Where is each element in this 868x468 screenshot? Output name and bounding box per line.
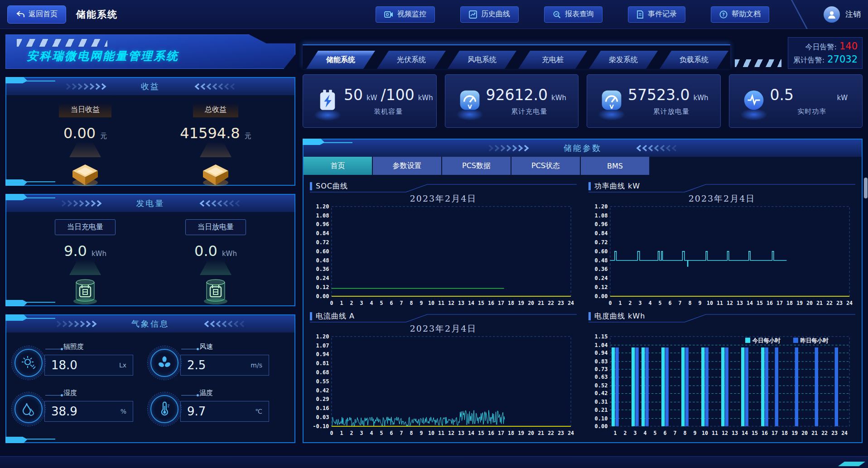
- weather-panel-title: 气象信息: [131, 318, 169, 329]
- svg-text:12: 12: [448, 430, 454, 436]
- humidity-icon: [14, 395, 43, 423]
- tab-parameter-settings[interactable]: 参数设置: [373, 157, 442, 175]
- total-revenue-value: 41594.8: [180, 125, 240, 142]
- svg-text:0.36: 0.36: [595, 266, 608, 272]
- svg-text:18: 18: [508, 300, 514, 306]
- total-discharge-value: 57523.0: [628, 86, 690, 104]
- fan-icon: [150, 349, 178, 377]
- video-monitor-icon: [384, 11, 393, 18]
- svg-text:12: 12: [727, 300, 733, 306]
- chevrons-left-icon: [201, 320, 245, 328]
- svg-text:23: 23: [831, 430, 838, 436]
- back-arrow-icon: [16, 10, 25, 19]
- svg-text:0.31: 0.31: [595, 399, 608, 405]
- svg-text:20: 20: [528, 430, 534, 436]
- svg-text:18: 18: [508, 430, 514, 436]
- svg-text:0.96: 0.96: [316, 221, 329, 227]
- svg-text:17: 17: [776, 300, 783, 306]
- calendar-cylinder-icon: [70, 275, 100, 305]
- svg-text:14: 14: [747, 300, 753, 306]
- tab-charging-pile[interactable]: 充电桩: [518, 51, 587, 69]
- svg-text:0.96: 0.96: [595, 221, 608, 227]
- svg-text:3: 3: [360, 300, 363, 306]
- tab-storage-system[interactable]: 储能系统: [306, 51, 375, 69]
- storage-tabs: 首页 参数设置 PCS数据 PCS状态 BMS: [304, 157, 862, 175]
- daily-discharge-label: 当日放电量: [185, 219, 246, 235]
- svg-text:4: 4: [643, 430, 646, 436]
- realtime-power-unit: kW: [837, 94, 854, 102]
- tab-wind-system[interactable]: 风电系统: [448, 51, 516, 69]
- storage-parameters-panel: 储能参数 首页 参数设置 PCS数据 PCS状态 BMS SOC曲线 2023年…: [303, 139, 863, 443]
- tab-load-system[interactable]: 负载系统: [660, 51, 728, 69]
- event-log-button[interactable]: 事件记录: [628, 6, 685, 23]
- nav-label: 历史曲线: [481, 10, 510, 19]
- svg-text:0.84: 0.84: [595, 230, 608, 236]
- svg-text:0.24: 0.24: [595, 275, 608, 281]
- topbar: 返回首页 储能系统 视频监控 历史曲线 报表查询 事件记录: [0, 0, 868, 29]
- svg-text:18: 18: [786, 300, 793, 306]
- temperature-label: 温度: [199, 389, 213, 397]
- svg-text:24: 24: [846, 300, 853, 306]
- svg-text:0.24: 0.24: [316, 275, 329, 281]
- svg-text:0: 0: [330, 430, 333, 436]
- tab-pv-system[interactable]: 光伏系统: [377, 51, 446, 69]
- svg-text:-0.10: -0.10: [313, 423, 329, 429]
- current-chart: 电流曲线 A 2023年2月4日 1.201.070.940.810.680.5…: [310, 309, 577, 439]
- back-home-button[interactable]: 返回首页: [7, 5, 66, 24]
- svg-text:15: 15: [757, 300, 763, 306]
- help-doc-button[interactable]: ? 帮助文档: [711, 6, 769, 23]
- report-search-icon: [553, 10, 561, 19]
- svg-text:16: 16: [767, 300, 773, 306]
- scrollbar-thumb[interactable]: [864, 178, 868, 198]
- svg-text:15: 15: [478, 300, 484, 306]
- svg-text:13: 13: [458, 430, 464, 436]
- temperature-value-box: 9.7 ℃: [180, 401, 269, 422]
- capacity-kw-value: 50: [344, 86, 363, 104]
- svg-text:0.48: 0.48: [316, 257, 329, 263]
- topbar-nav: 视频监控 历史曲线 报表查询 事件记录 ? 帮助文档: [376, 6, 769, 23]
- total-discharge-card: V 57523.0 kWh 累计放电量: [587, 74, 721, 128]
- svg-text:18: 18: [781, 430, 788, 436]
- generation-panel-title: 发电量: [136, 198, 165, 209]
- svg-text:0.94: 0.94: [595, 350, 608, 356]
- svg-text:1: 1: [340, 430, 343, 436]
- svg-text:10: 10: [702, 430, 708, 436]
- svg-text:22: 22: [548, 300, 554, 306]
- right-column: 储能系统 光伏系统 风电系统 充电桩 柴发系统 负载系统 今日告警: 140 累…: [303, 34, 863, 443]
- tab-home[interactable]: 首页: [304, 157, 373, 175]
- svg-text:4: 4: [648, 300, 651, 306]
- svg-text:16: 16: [488, 430, 494, 436]
- svg-text:1: 1: [340, 300, 343, 306]
- svg-text:17: 17: [772, 430, 778, 436]
- user-avatar[interactable]: [824, 6, 840, 23]
- history-curve-button[interactable]: 历史曲线: [460, 6, 519, 23]
- svg-text:0.00: 0.00: [316, 293, 329, 299]
- tab-diesel-system[interactable]: 柴发系统: [589, 51, 658, 69]
- connector-line: [181, 344, 197, 349]
- svg-text:2: 2: [623, 430, 627, 436]
- tab-pcs-status[interactable]: PCS状态: [511, 157, 581, 175]
- light-beam: [200, 142, 231, 157]
- humidity-item: 湿度 38.9 %: [14, 389, 150, 423]
- svg-text:5: 5: [653, 430, 656, 436]
- svg-text:22: 22: [821, 430, 828, 436]
- video-monitor-button[interactable]: 视频监控: [376, 6, 435, 23]
- alarm-today-value: 140: [839, 41, 858, 52]
- tab-pcs-data[interactable]: PCS数据: [442, 157, 511, 175]
- event-log-icon: [637, 10, 644, 19]
- logout-button[interactable]: 注销: [845, 9, 861, 19]
- svg-text:20: 20: [801, 430, 808, 436]
- chevrons-right-icon: [488, 145, 532, 152]
- tab-bms[interactable]: BMS: [581, 157, 650, 175]
- energy-chart-plot: 1.151.040.940.830.730.630.520.420.310.21…: [588, 334, 855, 439]
- svg-text:19: 19: [791, 430, 798, 436]
- alarm-total-value: 27032: [827, 54, 858, 65]
- total-charge-label: 累计充电量: [511, 107, 547, 116]
- revenue-panel: 收益 当日收益 0.00 元 总收益: [5, 77, 295, 186]
- svg-text:12: 12: [722, 430, 728, 436]
- svg-text:14: 14: [468, 300, 474, 306]
- report-search-button[interactable]: 报表查询: [544, 6, 603, 23]
- daily-charge-label: 当日充电量: [55, 219, 116, 235]
- temperature-item: 温度 9.7 ℃: [150, 389, 286, 423]
- svg-text:1.08: 1.08: [316, 212, 329, 218]
